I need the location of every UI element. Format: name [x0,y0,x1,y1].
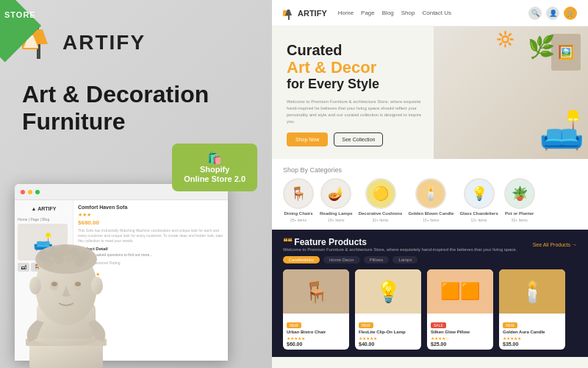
product-badge-0: NEW [287,322,301,328]
left-panel: STORE ARTIFY Art & Decoration Furniture … [0,0,272,368]
category-count-cushions: 32+ Items [372,218,388,222]
product-badge-3: NEW [503,322,517,328]
product-badge-2: SALE [431,322,446,328]
hero-image-area: 🔆 🖼️ 🌿 🛋️ [434,26,588,159]
right-panel: ARTIFY Home Page Blog Shop Contact Us 🔍 … [272,0,588,368]
main-title: Art & Decoration Furniture [22,81,250,135]
category-count-dining-chairs: 25+ Items [290,218,306,222]
hero-plant-decoration: 🌿 [528,34,555,60]
see-collection-button[interactable]: See Collection [334,132,383,146]
shopify-badge: 🛍️ ShopifyOnline Store 2.0 [172,144,257,191]
products-header-left: ❝❝ Feature Products Welcome to Premium F… [283,237,517,252]
product-img-0: 🪑 [283,269,349,314]
nav-link-blog[interactable]: Blog [382,10,394,16]
shopify-icon: 🛍️ [184,151,245,165]
svg-point-18 [65,252,75,263]
svg-rect-28 [288,15,290,20]
svg-point-22 [51,282,57,286]
shopify-label: ShopifyOnline Store 2.0 [184,165,245,184]
nav-logo-text: ARTIFY [298,9,327,18]
product-stars-1: ★★★★★ [359,336,417,341]
product-img-3: 🕯️ [499,269,565,314]
category-icon-chandeliers: 💡 [464,178,495,209]
filter-pillows[interactable]: Pillows [364,256,390,263]
shop-now-button[interactable]: Shop Now [287,132,328,146]
categories-label: Shop By Categories [283,166,577,174]
category-icon-planters: 🪴 [504,178,535,209]
nav-logo: ARTIFY [283,7,327,20]
hero-sofa-image: 🛋️ [539,109,584,152]
filter-candlesticks[interactable]: Candlesticks [283,256,320,263]
category-icon-reading-lamps: 🪔 [320,178,351,209]
search-icon[interactable]: 🔍 [528,7,542,20]
hero-title-bottom: for Every Style [287,77,423,93]
category-name-dining-chairs: Dining Chairs [284,211,312,216]
hero-title-top: Curated [287,41,423,59]
hero-wall-art: 🖼️ [551,34,581,71]
nav-link-contact[interactable]: Contact Us [422,10,451,16]
product-img-2: 🟧🟧 [427,269,493,314]
product-card-2[interactable]: 🟧🟧 SALE Silken Glow Pillow ★★★★☆ $25.00 [427,269,493,350]
products-grid: 🪑 NEW Urban Bistro Chair ★★★★★ $60.00 💡 … [283,269,577,350]
product-card-0[interactable]: 🪑 NEW Urban Bistro Chair ★★★★★ $60.00 [283,269,349,350]
product-card-1[interactable]: 💡 NEW FlexLite Clip-On Lamp ★★★★★ $40.00 [355,269,421,350]
cart-icon[interactable]: 🛒 [564,7,577,20]
category-count-reading-lamps: 18+ Items [328,218,344,222]
product-name-2: Silken Glow Pillow [431,330,490,336]
product-price-1: $40.00 [359,342,417,347]
brand-name: ARTIFY [62,31,146,54]
category-reading-lamps[interactable]: 🪔 Reading Lamps 18+ Items [320,178,353,222]
product-stars-0: ★★★★★ [287,336,345,341]
product-info-1: NEW FlexLite Clip-On Lamp ★★★★★ $40.00 [355,314,421,350]
product-info-3: NEW Golden Aura Candle ★★★★★ $35.00 [499,314,565,350]
products-header: ❝❝ Feature Products Welcome to Premium F… [283,237,577,252]
sculpture [0,191,140,368]
svg-point-25 [91,277,103,294]
products-filters: Candlesticks Home Decor Pillows Lamps [283,256,577,263]
product-name-1: FlexLite Clip-On Lamp [359,330,417,336]
svg-point-17 [54,254,64,264]
category-name-chandeliers: Glass Chandeliers [459,211,498,216]
nav-link-home[interactable]: Home [338,10,354,16]
product-info-2: SALE Silken Glow Pillow ★★★★☆ $25.00 [427,314,493,350]
products-subtitle: Welcome to Premium Furniture & architect… [283,247,517,252]
nav-icons: 🔍 👤 🛒 [528,7,577,20]
product-stars-3: ★★★★★ [503,336,562,341]
categories-section: Shop By Categories 🪑 Dining Chairs 25+ I… [272,159,588,230]
user-icon[interactable]: 👤 [546,7,559,20]
store-badge-text: STORE [4,10,36,19]
product-name-0: Urban Bistro Chair [287,330,345,336]
nav-link-shop[interactable]: Shop [401,10,415,16]
category-count-planters: 20+ Items [512,218,528,222]
category-count-chandeliers: 12+ Items [471,218,487,222]
products-title: ❝❝ Feature Products [283,237,517,247]
category-decorative-cushions[interactable]: 🟡 Decorative Cushions 32+ Items [359,178,403,222]
hero-lamp-decoration: 🔆 [496,30,514,48]
categories-row: 🪑 Dining Chairs 25+ Items 🪔 Reading Lamp… [283,178,577,222]
svg-point-16 [43,258,54,268]
product-price-2: $25.00 [431,342,490,347]
category-dining-chairs[interactable]: 🪑 Dining Chairs 25+ Items [283,178,314,222]
category-name-reading-lamps: Reading Lamps [320,211,353,216]
category-icon-candles: 🕯️ [415,178,446,209]
hero-section: Curated Art & Decor for Every Style Welc… [272,26,588,159]
svg-point-23 [75,282,81,286]
product-card-3[interactable]: 🕯️ NEW Golden Aura Candle ★★★★★ $35.00 [499,269,565,350]
category-name-candles: Golden Blown Candle [408,211,453,216]
category-candles[interactable]: 🕯️ Golden Blown Candle 15+ Items [408,178,453,222]
hero-description: Welcome to Premium Furniture & architect… [287,99,423,125]
see-all-products[interactable]: See All Products → [533,242,577,247]
filter-lamps[interactable]: Lamps [392,256,417,263]
nav-links: Home Page Blog Shop Contact Us [338,10,517,16]
title-line1: Art & Decoration Furniture [22,81,250,135]
products-section: ❝❝ Feature Products Welcome to Premium F… [272,230,588,357]
hero-content: Curated Art & Decor for Every Style Welc… [272,26,434,159]
category-name-planters: Pot or Planter [505,211,534,216]
site-nav: ARTIFY Home Page Blog Shop Contact Us 🔍 … [272,0,588,26]
hero-buttons: Shop Now See Collection [287,132,423,146]
filter-home-decor[interactable]: Home Decor [323,256,360,263]
svg-point-24 [29,277,41,294]
nav-link-page[interactable]: Page [361,10,375,16]
category-chandeliers[interactable]: 💡 Glass Chandeliers 12+ Items [459,178,498,222]
category-planters[interactable]: 🪴 Pot or Planter 20+ Items [504,178,535,222]
